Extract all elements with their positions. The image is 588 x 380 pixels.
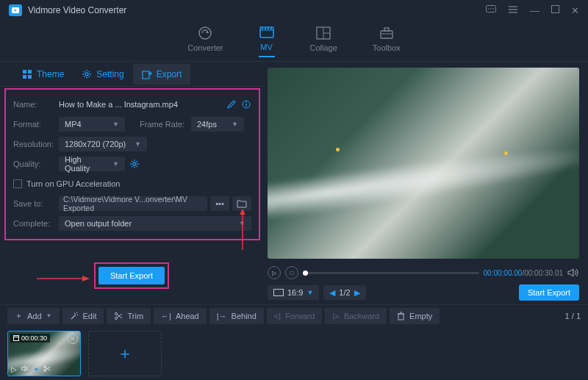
svg-point-40 (115, 312, 118, 315)
subtab-label: Theme (37, 69, 64, 79)
remove-clip-button[interactable]: ✕ (68, 334, 78, 344)
minimize-button[interactable]: — (530, 5, 539, 16)
saveto-path[interactable]: C:\Vidmore\Vidmore V...onverter\MV Expor… (59, 196, 207, 211)
clip-duration: 00:00:30 (10, 334, 50, 343)
trim-button[interactable]: Trim (107, 308, 151, 324)
maximize-button[interactable] (551, 5, 559, 16)
subtab-theme[interactable]: Theme (13, 64, 73, 85)
preview-start-export-button[interactable]: Start Export (519, 284, 579, 301)
app-logo (9, 4, 22, 16)
subtab-setting[interactable]: Setting (73, 64, 132, 85)
framerate-select[interactable]: 24fps▼ (191, 117, 244, 132)
title-bar: Vidmore Video Converter — ✕ (0, 0, 588, 21)
quality-select[interactable]: High Quality▼ (59, 157, 125, 171)
svg-point-50 (44, 366, 46, 368)
nav-mv[interactable]: MV (259, 25, 275, 57)
play-button[interactable]: ▷ (268, 266, 281, 279)
play-thumb-icon[interactable]: ▷ (11, 365, 17, 373)
volume-icon[interactable] (567, 268, 579, 278)
trash-icon (397, 312, 405, 320)
svg-point-51 (44, 370, 46, 372)
svg-point-4 (490, 8, 492, 10)
backward-icon: |> (332, 312, 339, 320)
nav-collage[interactable]: Collage (310, 26, 337, 57)
nav-label: Converter (187, 43, 223, 52)
browse-button[interactable]: ••• (210, 196, 229, 211)
nav-toolbox[interactable]: Toolbox (373, 26, 401, 57)
forward-button[interactable]: <|Forward (267, 308, 323, 324)
stop-button[interactable]: □ (285, 266, 298, 279)
preview-video[interactable] (268, 68, 579, 259)
page-nav[interactable]: ◀ 1/2 ▶ (323, 285, 365, 300)
left-panel: Theme Setting Export Name: How to Make a… (0, 62, 265, 304)
chevron-down-icon: ▼ (306, 289, 313, 296)
export-icon (142, 69, 152, 79)
subtab-export[interactable]: Export (133, 64, 191, 85)
format-select[interactable]: MP4▼ (59, 117, 125, 132)
svg-point-5 (492, 8, 494, 10)
add-button[interactable]: ＋Add▼ (7, 308, 60, 324)
subtab-label: Setting (96, 69, 123, 79)
bottom-toolbar: ＋Add▼ Edit Trim ←|Ahead |→Behind <|Forwa… (0, 304, 588, 326)
select-value: 24fps (197, 120, 217, 129)
behind-button[interactable]: |→Behind (209, 308, 264, 324)
backward-button[interactable]: |>Backward (325, 308, 387, 324)
complete-select[interactable]: Open output folder▼ (59, 216, 251, 231)
forward-icon: <| (274, 312, 281, 320)
ahead-icon: ←| (161, 312, 171, 320)
svg-point-33 (133, 162, 136, 165)
svg-point-3 (488, 8, 490, 10)
gpu-label: Turn on GPU Acceleration (26, 179, 120, 188)
svg-rect-9 (552, 5, 559, 12)
svg-rect-17 (270, 28, 272, 29)
mute-thumb-icon[interactable] (21, 365, 29, 373)
empty-button[interactable]: Empty (390, 308, 440, 324)
resolution-label: Resolution: (13, 140, 59, 148)
svg-rect-22 (384, 28, 389, 31)
svg-marker-38 (568, 269, 573, 276)
gpu-checkbox[interactable] (13, 179, 22, 188)
gear-icon[interactable] (129, 159, 140, 169)
menu-icon[interactable] (508, 5, 518, 16)
nav-label: Toolbox (373, 43, 401, 52)
time-display: 00:00:00.00/00:00:30.01 (484, 269, 563, 277)
close-button[interactable]: ✕ (571, 5, 579, 16)
saveto-label: Save to: (13, 199, 59, 208)
ahead-button[interactable]: ←|Ahead (154, 308, 207, 324)
svg-rect-16 (268, 28, 269, 29)
svg-rect-14 (262, 28, 263, 29)
page-count: 1 / 1 (565, 312, 581, 320)
export-panel: Name: How to Make a ... Instagram.mp4 Fo… (4, 88, 260, 240)
info-icon[interactable] (241, 99, 251, 110)
feedback-icon[interactable] (486, 5, 496, 16)
svg-rect-27 (28, 75, 32, 79)
svg-rect-45 (14, 336, 19, 341)
svg-rect-21 (381, 31, 392, 38)
nav-label: MV (260, 43, 273, 51)
next-icon: ▶ (354, 288, 360, 298)
svg-rect-42 (398, 314, 404, 320)
resolution-select[interactable]: 1280x720 (720p)▼ (59, 137, 147, 151)
framerate-label: Frame Rate: (140, 120, 191, 129)
thumbnail-strip: 00:00:30 ✕ ▷ ✦ ＋ (0, 326, 588, 379)
svg-marker-47 (21, 366, 25, 371)
add-clip-button[interactable]: ＋ (88, 331, 162, 376)
start-export-button[interactable]: Start Export (98, 267, 165, 284)
timeline-slider[interactable] (303, 272, 479, 274)
edit-thumb-icon[interactable]: ✦ (33, 365, 39, 373)
subtab-label: Export (157, 69, 182, 79)
aspect-select[interactable]: 16:9 ▼ (268, 285, 319, 300)
trim-thumb-icon[interactable] (43, 365, 51, 373)
nav-label: Collage (310, 43, 337, 52)
edit-icon[interactable] (226, 99, 237, 110)
behind-icon: |→ (217, 312, 227, 320)
edit-button[interactable]: Edit (62, 308, 104, 324)
clip-thumbnail[interactable]: 00:00:30 ✕ ▷ ✦ (7, 331, 81, 376)
converter-icon (197, 26, 213, 40)
preview-panel: ▷ □ 00:00:00.00/00:00:30.01 16:9 ▼ ◀ 1/2… (265, 62, 588, 304)
plus-icon: ＋ (15, 310, 23, 321)
select-value: Open output folder (65, 219, 132, 228)
preview-controls: ▷ □ 00:00:00.00/00:00:30.01 (268, 263, 579, 282)
nav-converter[interactable]: Converter (187, 26, 223, 57)
svg-rect-29 (143, 71, 149, 79)
